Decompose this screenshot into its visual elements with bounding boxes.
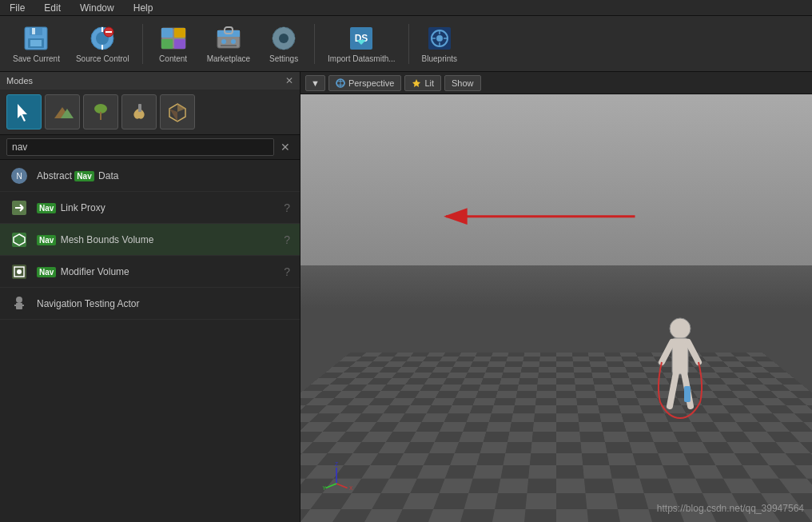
actor-icon-nav-mesh-bounds-volume <box>10 230 29 249</box>
mode-foliage-button[interactable] <box>83 94 118 130</box>
svg-rect-13 <box>161 39 173 49</box>
lit-label: Lit <box>424 78 434 88</box>
svg-line-70 <box>670 373 676 406</box>
svg-text:N: N <box>16 172 22 181</box>
svg-point-66 <box>670 318 691 339</box>
svg-rect-15 <box>174 39 185 49</box>
svg-rect-14 <box>174 28 185 38</box>
actor-icon-navigation-testing-actor <box>10 294 29 313</box>
marketplace-icon <box>214 24 243 53</box>
actor-item-navigation-testing-actor[interactable]: Navigation Testing Actor <box>0 288 300 320</box>
modes-close-button[interactable]: ✕ <box>285 75 293 86</box>
actor-icon-nav-modifier-volume <box>10 262 29 281</box>
toolbar-separator-1 <box>142 24 143 64</box>
watermark: https://blog.csdn.net/qq_39947564 <box>657 503 804 514</box>
mode-landscape-button[interactable] <box>45 94 80 130</box>
content-label: Content <box>159 54 187 63</box>
content-icon <box>159 24 188 53</box>
mode-select-button[interactable] <box>6 94 42 130</box>
perspective-button[interactable]: Perspective <box>328 75 401 91</box>
svg-line-76 <box>336 484 348 488</box>
actor-info-nav-link-proxy[interactable]: ? <box>284 201 290 214</box>
search-input[interactable] <box>6 138 274 156</box>
character <box>652 314 708 426</box>
svg-line-77 <box>325 484 336 488</box>
actor-item-nav-modifier-volume[interactable]: Nav Modifier Volume ? <box>0 256 300 288</box>
show-button[interactable]: Show <box>444 75 481 91</box>
svg-point-19 <box>221 39 226 44</box>
svg-rect-21 <box>221 45 237 46</box>
toolbar-separator-2 <box>314 24 315 64</box>
perspective-label: Perspective <box>348 78 394 88</box>
svg-line-69 <box>688 342 699 362</box>
show-label: Show <box>452 78 474 88</box>
viewport[interactable]: ▼ Perspective Lit Show <box>301 72 812 522</box>
marketplace-button[interactable]: Marketplace <box>201 19 257 69</box>
search-bar: ✕ <box>0 135 300 160</box>
svg-line-68 <box>662 342 672 362</box>
modes-icons <box>0 90 300 134</box>
svg-point-20 <box>231 39 236 44</box>
actor-icon-nav-link-proxy <box>10 198 29 217</box>
import-datasmith-icon: DS <box>347 24 376 53</box>
actor-info-nav-modifier-volume[interactable]: ? <box>284 265 290 278</box>
svg-rect-25 <box>282 45 285 50</box>
settings-button[interactable]: Settings <box>260 19 308 69</box>
actor-item-abstract-nav-data[interactable]: N Abstract Nav Data <box>0 160 300 192</box>
actor-name-abstract-nav-data: Abstract Nav Data <box>37 170 118 181</box>
source-control-icon <box>88 24 117 53</box>
svg-rect-1 <box>30 27 42 35</box>
svg-point-33 <box>436 35 443 42</box>
modes-panel: Modes ✕ <box>0 72 300 135</box>
svg-rect-27 <box>290 37 295 40</box>
svg-point-23 <box>279 34 289 43</box>
save-icon <box>22 24 50 53</box>
axis-indicator: Z X Y <box>320 458 352 490</box>
svg-rect-24 <box>282 27 285 32</box>
svg-rect-2 <box>32 28 35 34</box>
left-panel: Modes ✕ <box>0 72 301 522</box>
blueprints-label: Blueprints <box>422 54 457 63</box>
search-clear-button[interactable]: ✕ <box>277 139 293 155</box>
menu-help[interactable]: Help <box>130 1 157 15</box>
menu-bar: File Edit Window Help <box>0 0 812 16</box>
content-button[interactable]: Content <box>149 19 197 69</box>
mode-mesh-paint-button[interactable] <box>121 94 157 130</box>
source-control-button[interactable]: Source Control <box>70 19 136 69</box>
actor-info-nav-mesh-bounds-volume[interactable]: ? <box>284 233 290 246</box>
svg-rect-12 <box>161 28 173 38</box>
svg-rect-26 <box>273 37 277 40</box>
menu-file[interactable]: File <box>6 1 28 15</box>
marketplace-label: Marketplace <box>207 54 250 63</box>
actor-name-navigation-testing-actor: Navigation Testing Actor <box>37 298 140 309</box>
source-control-label: Source Control <box>76 54 129 63</box>
actor-name-nav-link-proxy: Nav Link Proxy <box>37 202 105 213</box>
mode-geometry-button[interactable] <box>160 94 195 130</box>
modes-title: Modes <box>6 76 33 86</box>
save-current-button[interactable]: Save Current <box>6 19 66 69</box>
svg-text:Y: Y <box>322 485 326 490</box>
svg-point-58 <box>16 297 22 303</box>
menu-window[interactable]: Window <box>77 1 117 15</box>
main-toolbar: Save Current Source Control <box>0 16 812 72</box>
actor-icon-abstract-nav-data: N <box>10 166 29 185</box>
svg-text:X: X <box>349 485 352 490</box>
actor-item-nav-link-proxy[interactable]: Nav Link Proxy ? <box>0 192 300 224</box>
import-datasmith-button[interactable]: DS Import Datasmith... <box>321 19 401 69</box>
lit-button[interactable]: Lit <box>404 75 441 91</box>
actor-list: N Abstract Nav Data <box>0 160 300 522</box>
actor-item-nav-mesh-bounds-volume[interactable]: Nav Mesh Bounds Volume ? <box>0 224 300 256</box>
actor-name-nav-modifier-volume: Nav Modifier Volume <box>37 266 129 277</box>
viewport-dropdown[interactable]: ▼ <box>305 75 325 91</box>
viewport-scene: Z X Y https://blog.csdn.net/qq_39947564 <box>301 94 812 522</box>
menu-edit[interactable]: Edit <box>41 1 64 15</box>
svg-rect-72 <box>684 386 691 402</box>
modes-header: Modes ✕ <box>0 72 300 90</box>
blueprints-button[interactable]: Blueprints <box>416 19 464 69</box>
svg-marker-65 <box>412 79 420 87</box>
svg-point-57 <box>17 269 22 274</box>
svg-text:Z: Z <box>335 461 338 467</box>
viewport-toolbar: ▼ Perspective Lit Show <box>301 72 812 94</box>
blueprints-icon <box>425 24 454 53</box>
save-current-label: Save Current <box>13 54 60 63</box>
